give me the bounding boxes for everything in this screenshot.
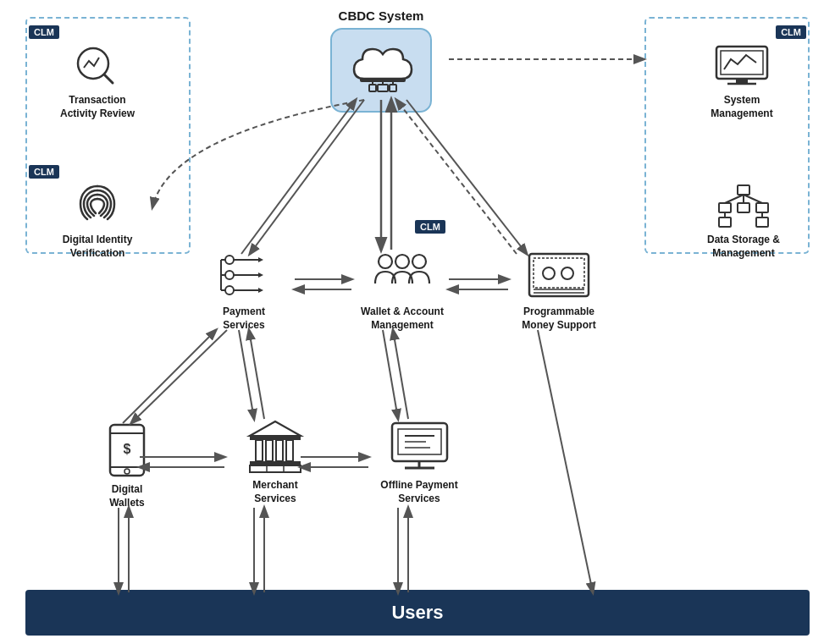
- wallet-account-label: Wallet & AccountManagement: [351, 305, 453, 332]
- svg-point-26: [225, 256, 234, 264]
- wallet-account-node: Wallet & AccountManagement: [351, 250, 453, 332]
- svg-rect-22: [719, 217, 731, 227]
- clm-badge-right: CLM: [776, 25, 806, 39]
- svg-line-86: [383, 330, 398, 419]
- svg-marker-54: [250, 421, 301, 436]
- cbdc-system: CBDC System: [313, 8, 449, 113]
- svg-rect-57: [266, 440, 273, 461]
- svg-line-71: [250, 100, 364, 254]
- system-management-node: SystemManagement: [695, 42, 788, 120]
- svg-text:$: $: [124, 442, 131, 456]
- svg-rect-2: [390, 85, 396, 91]
- svg-line-88: [538, 330, 593, 592]
- data-storage-node: Data Storage &Management: [693, 182, 794, 260]
- svg-point-28: [225, 286, 234, 294]
- diagram-container: CLM CLM CLM CLM CBDC System: [0, 0, 835, 644]
- svg-rect-56: [256, 440, 263, 461]
- svg-point-41: [395, 255, 409, 268]
- digital-wallets-label: DigitalWallets: [76, 483, 178, 509]
- svg-rect-44: [534, 258, 584, 288]
- programmable-money-label: ProgrammableMoney Support: [508, 305, 610, 332]
- digital-wallets-node: $ DigitalWallets: [76, 423, 178, 509]
- clm-badge-top-left: CLM: [29, 25, 59, 39]
- transaction-activity-label: TransactionActivity Review: [47, 94, 148, 120]
- merchant-services-node: MerchantServices: [224, 419, 326, 505]
- svg-line-19: [725, 195, 744, 203]
- transaction-activity-node: TransactionActivity Review: [47, 42, 148, 120]
- svg-rect-61: [250, 465, 301, 472]
- svg-point-42: [412, 255, 426, 268]
- system-management-label: SystemManagement: [695, 94, 788, 120]
- svg-rect-18: [756, 203, 768, 212]
- payment-services-node: PaymentServices: [193, 250, 295, 332]
- svg-rect-3: [378, 85, 388, 91]
- programmable-money-node: ProgrammableMoney Support: [508, 250, 610, 332]
- offline-payment-node: Offline PaymentServices: [368, 419, 470, 505]
- svg-rect-23: [756, 217, 768, 227]
- users-label: Users: [391, 602, 443, 623]
- svg-line-82: [131, 330, 227, 423]
- svg-rect-12: [721, 51, 763, 74]
- svg-line-85: [249, 330, 264, 419]
- svg-rect-59: [286, 440, 293, 461]
- svg-line-87: [393, 330, 408, 419]
- merchant-services-label: MerchantServices: [224, 479, 326, 505]
- svg-rect-1: [369, 85, 376, 91]
- svg-point-27: [225, 271, 234, 279]
- svg-point-40: [379, 255, 392, 268]
- svg-line-84: [239, 330, 254, 419]
- digital-identity-node: Digital IdentityVerification: [47, 182, 148, 260]
- users-bar: Users: [25, 590, 810, 636]
- svg-line-83: [123, 330, 216, 423]
- cbdc-icon: [330, 28, 432, 113]
- offline-payment-label: Offline PaymentServices: [368, 479, 470, 505]
- svg-point-45: [543, 267, 555, 279]
- data-storage-label: Data Storage &Management: [693, 234, 794, 260]
- cbdc-title: CBDC System: [313, 8, 449, 23]
- svg-marker-35: [258, 257, 263, 262]
- svg-rect-58: [276, 440, 283, 461]
- digital-identity-label: Digital IdentityVerification: [47, 234, 148, 260]
- svg-marker-39: [258, 288, 263, 293]
- svg-point-52: [124, 469, 130, 474]
- svg-rect-17: [738, 203, 749, 212]
- payment-services-label: PaymentServices: [193, 305, 295, 332]
- svg-marker-37: [258, 272, 263, 278]
- clm-badge-bottom-left: CLM: [29, 165, 59, 179]
- svg-point-46: [561, 267, 573, 279]
- svg-line-21: [744, 195, 762, 203]
- svg-rect-15: [738, 185, 749, 195]
- svg-line-10: [104, 74, 113, 83]
- svg-rect-16: [719, 203, 731, 212]
- clm-badge-center: CLM: [415, 220, 445, 234]
- svg-line-72: [241, 100, 356, 254]
